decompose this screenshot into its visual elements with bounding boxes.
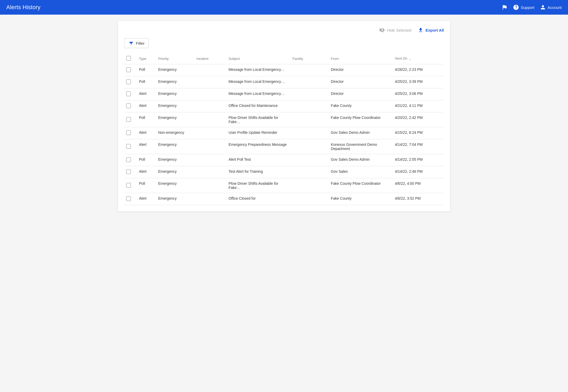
row-checkbox-cell-10 (124, 193, 137, 205)
incident-cell (194, 166, 226, 178)
senton-cell: 4/6/22, 4:00 PM (393, 178, 444, 193)
senton-cell: 4/6/22, 3:52 PM (393, 193, 444, 205)
row-checkbox-cell-1 (124, 76, 137, 88)
row-checkbox-7[interactable] (126, 157, 131, 162)
app-header: Alerts History Support Account (0, 0, 568, 15)
subject-column-header: Subject (227, 53, 291, 64)
filter-icon (129, 41, 134, 46)
table-row: PollEmergencyPlow Driver Shifts Availabl… (124, 112, 444, 127)
table-row: PollEmergencyMessage from Local Emergenc… (124, 76, 444, 88)
row-checkbox-8[interactable] (126, 169, 131, 174)
from-cell: Director (329, 64, 393, 76)
subject-cell: Message from Local Emergency… (227, 76, 291, 88)
from-cell: Director (329, 88, 393, 100)
priority-cell: Emergency (156, 64, 194, 76)
row-checkbox-5[interactable] (126, 130, 131, 135)
hide-selected-label: Hide Selected (387, 28, 411, 32)
support-button[interactable]: Support (513, 4, 535, 10)
facility-cell (290, 64, 329, 76)
type-column-header: Type (137, 53, 156, 64)
table-row: PollEmergencyPlow Driver Shifts Availabl… (124, 178, 444, 193)
export-all-label: Export All (426, 28, 444, 32)
subject-cell: Message from Local Emergency… (227, 88, 291, 100)
row-checkbox-10[interactable] (126, 196, 131, 201)
from-cell: Fake County (329, 100, 393, 112)
from-column-header: From (329, 53, 393, 64)
incident-cell (194, 193, 226, 205)
from-cell: Gov Sales (329, 166, 393, 178)
row-checkbox-4[interactable] (126, 117, 131, 122)
select-all-checkbox[interactable] (126, 56, 131, 61)
type-cell: Poll (137, 64, 156, 76)
senton-cell: 4/14/22, 2:46 PM (393, 166, 444, 178)
incident-cell (194, 154, 226, 166)
row-checkbox-cell-9 (124, 178, 137, 193)
incident-cell (194, 139, 226, 154)
incident-cell (194, 64, 226, 76)
type-cell: Poll (137, 154, 156, 166)
type-cell: Poll (137, 112, 156, 127)
subject-cell: Plow Driver Shifts Available for Fake… (227, 112, 291, 127)
subject-cell: User Profile Update Reminder (227, 127, 291, 139)
priority-cell: Emergency (156, 88, 194, 100)
row-checkbox-6[interactable] (126, 144, 131, 149)
senton-cell: 4/25/22, 3:39 PM (393, 76, 444, 88)
incident-column-header: Incident (194, 53, 226, 64)
type-cell: Poll (137, 178, 156, 193)
subject-cell: Alert Poll Test (227, 154, 291, 166)
table-row: PollEmergencyMessage from Local Emergenc… (124, 64, 444, 76)
facility-cell (290, 139, 329, 154)
senton-column-header[interactable]: Sent On ↓ (393, 53, 444, 64)
row-checkbox-cell-4 (124, 112, 137, 127)
priority-cell: Emergency (156, 178, 194, 193)
subject-cell: Plow Driver Shifts Available for Fake… (227, 178, 291, 193)
row-checkbox-0[interactable] (126, 67, 131, 72)
account-button[interactable]: Account (540, 4, 562, 10)
table-row: AlertEmergencyOffice Closed for Maintena… (124, 100, 444, 112)
subject-cell: Test Alert for Training (227, 166, 291, 178)
priority-cell: Emergency (156, 139, 194, 154)
priority-cell: Emergency (156, 100, 194, 112)
filter-button[interactable]: Filter (124, 38, 149, 48)
sort-desc-icon: ↓ (409, 57, 411, 61)
row-checkbox-3[interactable] (126, 103, 131, 108)
from-cell: Fake County Plow Coordinator (329, 112, 393, 127)
hide-selected-button[interactable]: Hide Selected (379, 27, 411, 33)
senton-cell: 4/14/22, 7:04 PM (393, 139, 444, 154)
facility-cell (290, 88, 329, 100)
incident-cell (194, 178, 226, 193)
senton-cell: 4/20/22, 2:42 PM (393, 112, 444, 127)
table-row: PollEmergencyAlert Poll TestGov Sales De… (124, 154, 444, 166)
incident-cell (194, 100, 226, 112)
from-cell: Fake County (329, 193, 393, 205)
senton-cell: 4/15/22, 6:24 PM (393, 127, 444, 139)
from-cell: Gov Sales Demo Admin (329, 154, 393, 166)
page-title: Alerts History (6, 4, 501, 11)
table-row: AlertEmergencyOffice Closed forFake Coun… (124, 193, 444, 205)
row-checkbox-cell-5 (124, 127, 137, 139)
support-label: Support (521, 5, 535, 10)
from-cell: Gov Sales Demo Admin (329, 127, 393, 139)
table-row: AlertEmergencyEmergency Preparedness Mes… (124, 139, 444, 154)
priority-cell: Non-emergency (156, 127, 194, 139)
type-cell: Alert (137, 193, 156, 205)
main-content: Hide Selected Export All Filter (112, 15, 456, 218)
subject-cell: Office Closed for (227, 193, 291, 205)
table-row: AlertEmergencyMessage from Local Emergen… (124, 88, 444, 100)
alerts-table: Type Priority Incident Subject Facility … (124, 53, 444, 205)
flag-icon[interactable] (501, 4, 508, 10)
facility-cell (290, 193, 329, 205)
row-checkbox-1[interactable] (126, 79, 131, 84)
facility-cell (290, 178, 329, 193)
toolbar: Hide Selected Export All (124, 27, 444, 33)
filter-label: Filter (136, 41, 144, 45)
export-all-button[interactable]: Export All (418, 27, 444, 33)
row-checkbox-2[interactable] (126, 91, 131, 96)
facility-cell (290, 154, 329, 166)
type-cell: Alert (137, 166, 156, 178)
row-checkbox-9[interactable] (126, 183, 131, 188)
row-checkbox-cell-3 (124, 100, 137, 112)
row-checkbox-cell-8 (124, 166, 137, 178)
table-body: PollEmergencyMessage from Local Emergenc… (124, 64, 444, 205)
priority-cell: Emergency (156, 193, 194, 205)
